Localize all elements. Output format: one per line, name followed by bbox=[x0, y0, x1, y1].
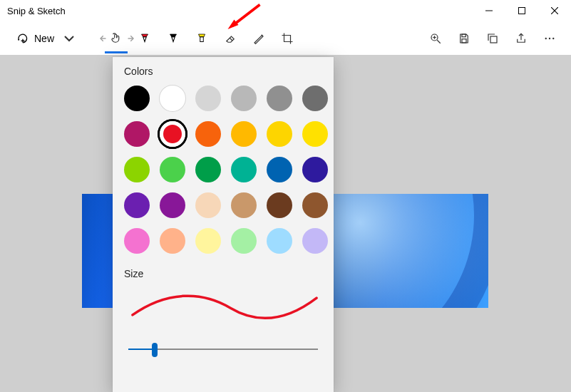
svg-point-4 bbox=[18, 38, 19, 40]
color-swatch-yellow[interactable] bbox=[302, 121, 328, 147]
svg-rect-15 bbox=[490, 36, 497, 43]
share-button[interactable] bbox=[507, 25, 535, 52]
color-swatch-black[interactable] bbox=[124, 86, 150, 111]
crop-icon bbox=[281, 32, 294, 45]
copy-icon bbox=[486, 32, 499, 45]
color-swatch-brown-dark[interactable] bbox=[267, 192, 292, 218]
color-swatch-mint[interactable] bbox=[231, 228, 257, 254]
color-swatch-magenta-dark[interactable] bbox=[124, 121, 150, 147]
share-icon bbox=[515, 32, 528, 45]
highlighter-button[interactable] bbox=[187, 25, 216, 52]
app-title: Snip & Sketch bbox=[7, 6, 66, 16]
pen-options-popup: Colors Size bbox=[113, 57, 334, 392]
color-swatch-gold[interactable] bbox=[231, 121, 257, 147]
svg-rect-1 bbox=[519, 8, 525, 14]
svg-point-17 bbox=[549, 37, 550, 38]
color-swatch-violet[interactable] bbox=[124, 192, 150, 218]
color-swatch-orange[interactable] bbox=[195, 121, 221, 147]
maximize-button[interactable] bbox=[505, 0, 538, 21]
touch-writing-button[interactable] bbox=[102, 25, 130, 52]
color-swatch-yellow-light[interactable] bbox=[195, 228, 221, 254]
color-swatch-indigo[interactable] bbox=[302, 157, 328, 182]
save-icon bbox=[458, 32, 470, 45]
size-slider[interactable] bbox=[124, 339, 322, 360]
title-bar: Snip & Sketch bbox=[0, 0, 571, 21]
color-swatch-lime[interactable] bbox=[124, 157, 150, 182]
colors-heading: Colors bbox=[124, 66, 322, 77]
size-heading: Size bbox=[124, 268, 322, 279]
svg-rect-14 bbox=[462, 38, 466, 42]
size-preview bbox=[124, 285, 322, 324]
color-swatch-silver[interactable] bbox=[195, 86, 221, 111]
color-swatch-gray-light[interactable] bbox=[231, 86, 257, 111]
zoom-icon bbox=[429, 32, 442, 45]
ballpoint-pen-button[interactable] bbox=[130, 25, 159, 52]
pen-red-icon bbox=[138, 32, 151, 45]
window-controls bbox=[473, 0, 571, 21]
color-swatch-beige[interactable] bbox=[195, 192, 221, 218]
new-button-label: New bbox=[34, 33, 54, 44]
svg-rect-13 bbox=[462, 34, 465, 37]
svg-rect-7 bbox=[200, 36, 203, 41]
more-button[interactable] bbox=[535, 25, 564, 52]
minimize-button[interactable] bbox=[473, 0, 505, 21]
pencil-button[interactable] bbox=[159, 25, 187, 52]
color-swatch-teal[interactable] bbox=[231, 157, 257, 182]
color-swatch-green[interactable] bbox=[195, 157, 221, 182]
color-swatch-green-light[interactable] bbox=[160, 157, 185, 182]
color-swatch-red[interactable] bbox=[160, 121, 185, 147]
chevron-down-icon bbox=[63, 32, 76, 45]
copy-button[interactable] bbox=[478, 25, 507, 52]
color-swatch-lavender[interactable] bbox=[302, 228, 328, 254]
more-icon bbox=[543, 32, 556, 45]
color-swatch-amber[interactable] bbox=[267, 121, 292, 147]
canvas-area[interactable]: Colors Size bbox=[0, 55, 571, 392]
color-swatch-tan[interactable] bbox=[231, 192, 257, 218]
eraser-icon bbox=[224, 32, 237, 45]
color-swatch-gray-dark[interactable] bbox=[302, 86, 328, 111]
pen-black-icon bbox=[167, 32, 180, 45]
touch-icon bbox=[110, 32, 123, 45]
svg-point-16 bbox=[545, 37, 547, 38]
close-button[interactable] bbox=[538, 0, 571, 21]
color-swatch-purple[interactable] bbox=[160, 192, 185, 218]
color-swatch-brown[interactable] bbox=[302, 192, 328, 218]
color-swatch-blue[interactable] bbox=[267, 157, 292, 182]
new-dropdown-button[interactable] bbox=[57, 25, 81, 52]
color-swatch-pink[interactable] bbox=[124, 228, 150, 254]
color-swatch-peach[interactable] bbox=[160, 228, 185, 254]
zoom-button[interactable] bbox=[421, 25, 450, 52]
svg-point-18 bbox=[552, 37, 554, 38]
color-swatch-gray[interactable] bbox=[267, 86, 292, 111]
save-button[interactable] bbox=[450, 25, 478, 52]
color-swatch-sky[interactable] bbox=[267, 228, 292, 254]
ruler-button[interactable] bbox=[245, 25, 273, 52]
svg-line-8 bbox=[230, 38, 232, 41]
svg-line-10 bbox=[437, 40, 441, 43]
crop-button[interactable] bbox=[273, 25, 302, 52]
slider-thumb[interactable] bbox=[152, 343, 158, 357]
eraser-button[interactable] bbox=[216, 25, 245, 52]
highlighter-icon bbox=[195, 32, 208, 45]
color-swatch-white[interactable] bbox=[160, 86, 185, 111]
color-grid bbox=[124, 83, 322, 261]
new-button[interactable]: New bbox=[10, 26, 57, 51]
slider-fill bbox=[128, 349, 155, 350]
new-snip-icon bbox=[16, 31, 30, 46]
toolbar: New bbox=[0, 21, 571, 55]
ruler-pencil-icon bbox=[252, 32, 265, 45]
